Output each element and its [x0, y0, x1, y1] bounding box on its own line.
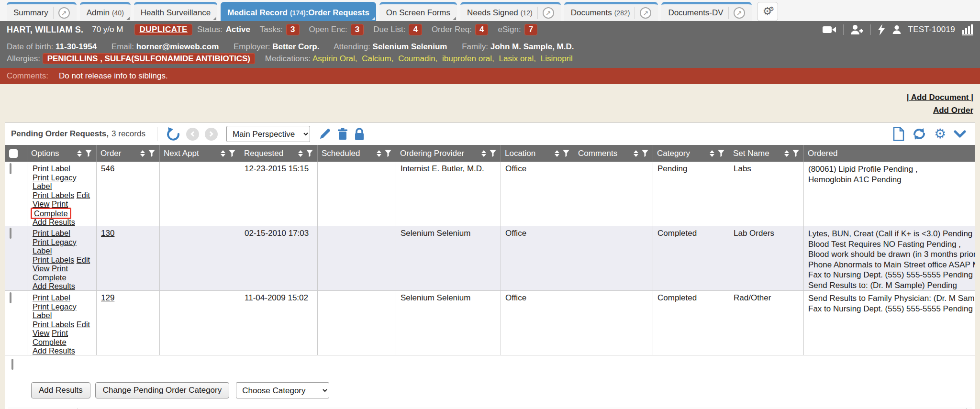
undo-icon[interactable] — [166, 127, 180, 141]
complete-link[interactable]: Complete — [34, 209, 68, 218]
medication-link[interactable]: Aspirin Oral, — [312, 54, 357, 63]
print-label-link[interactable]: Print Label — [33, 293, 70, 302]
print-legacy-label-link[interactable]: Print Legacy Label — [33, 238, 77, 255]
print-link[interactable]: Print — [52, 264, 68, 273]
tab-summary[interactable]: Summary ↗ — [7, 2, 77, 21]
open-in-new-icon[interactable]: ↗ — [734, 7, 745, 19]
medication-link[interactable]: Lisinopril — [541, 54, 573, 63]
sort-icon[interactable] — [377, 150, 381, 157]
add-results-link[interactable]: Add Results — [33, 218, 75, 226]
print-labels-link[interactable]: Print Labels — [33, 191, 74, 199]
row-checkbox[interactable] — [10, 292, 11, 303]
medication-link[interactable]: Calcium, — [362, 54, 393, 63]
select-all-checkbox[interactable] — [9, 149, 18, 158]
row-checkbox[interactable] — [10, 228, 11, 239]
sort-icon[interactable] — [77, 150, 82, 157]
view-link[interactable]: View — [33, 199, 49, 208]
add-results-link[interactable]: Add Results — [33, 346, 75, 355]
flowsheet-chart-icon[interactable] — [962, 24, 973, 35]
add-person-icon[interactable] — [850, 24, 864, 35]
change-pending-order-category-button[interactable]: Change Pending Order Category — [95, 382, 230, 398]
sort-icon[interactable] — [710, 150, 714, 157]
row-checkbox[interactable] — [10, 163, 11, 174]
tasks-count-badge[interactable]: 3 — [286, 24, 299, 35]
lightning-icon[interactable] — [878, 24, 885, 35]
tab-health-surveillance[interactable]: Health Surveillance — [134, 2, 217, 21]
row-checkbox[interactable] — [11, 359, 13, 370]
medication-link[interactable]: ibuprofen oral, — [442, 54, 494, 63]
medication-link[interactable]: Coumadin, — [398, 54, 437, 63]
edit-pencil-icon[interactable] — [319, 128, 331, 140]
add-results-button[interactable]: Add Results — [31, 382, 90, 398]
medication-link[interactable]: Lasix oral, — [499, 54, 536, 63]
sort-icon[interactable] — [221, 150, 225, 157]
print-link[interactable]: Print — [52, 199, 68, 208]
video-camera-icon[interactable] — [822, 25, 836, 34]
tab-medical-record-order-requests[interactable]: Medical Record (174) :Order Requests — [221, 2, 376, 21]
collapse-chevron-down-icon[interactable] — [954, 130, 966, 138]
open-in-new-icon[interactable]: ↗ — [640, 7, 651, 19]
complete-link[interactable]: Complete — [33, 273, 67, 282]
tab-settings-button[interactable]: ⚙ ⚙ — [757, 2, 778, 21]
tab-on-screen-forms[interactable]: On Screen Forms — [379, 2, 457, 21]
tab-needs-signed[interactable]: Needs Signed (12) ↗ — [460, 2, 561, 21]
open-enc-count-badge[interactable]: 3 — [351, 24, 364, 35]
order-number-link[interactable]: 129 — [101, 293, 114, 302]
edit-link[interactable]: Edit — [77, 320, 90, 329]
esign-count-badge[interactable]: 7 — [524, 24, 537, 35]
filter-icon[interactable] — [306, 150, 313, 157]
lock-icon[interactable] — [354, 128, 365, 141]
filter-icon[interactable] — [792, 150, 800, 157]
print-label-link[interactable]: Print Label — [33, 164, 70, 173]
view-link[interactable]: View — [33, 264, 49, 273]
sort-icon[interactable] — [481, 150, 486, 157]
order-number-link[interactable]: 130 — [101, 229, 114, 238]
sort-icon[interactable] — [140, 150, 145, 157]
next-icon[interactable] — [205, 128, 218, 141]
refresh-icon[interactable] — [912, 127, 926, 141]
tab-documents[interactable]: Documents (282) ↗ — [564, 2, 658, 21]
sort-icon[interactable] — [555, 150, 559, 157]
choose-category-select[interactable]: Choose Category — [236, 382, 329, 398]
due-list-count-badge[interactable]: 4 — [409, 24, 422, 35]
print-legacy-label-link[interactable]: Print Legacy Label — [33, 302, 77, 320]
settings-gear-icon[interactable]: ⚙ — [934, 127, 946, 141]
view-link[interactable]: View — [33, 329, 49, 337]
print-label-link[interactable]: Print Label — [33, 229, 70, 237]
print-legacy-label-link[interactable]: Print Legacy Label — [33, 173, 77, 191]
filter-icon[interactable] — [148, 150, 156, 157]
edit-link[interactable]: Edit — [77, 255, 90, 264]
print-labels-link[interactable]: Print Labels — [33, 255, 74, 264]
person-icon[interactable] — [892, 25, 902, 34]
filter-icon[interactable] — [562, 150, 570, 157]
sort-icon[interactable] — [298, 150, 303, 157]
filter-icon[interactable] — [384, 150, 392, 157]
previous-icon[interactable] — [186, 128, 199, 141]
open-in-new-icon[interactable]: ↗ — [543, 7, 554, 19]
filter-icon[interactable] — [717, 150, 725, 157]
filter-icon[interactable] — [228, 150, 236, 157]
tab-admin[interactable]: Admin (40) — [80, 2, 131, 21]
print-labels-link[interactable]: Print Labels — [33, 320, 74, 329]
add-order-link[interactable]: Add Order — [933, 106, 973, 115]
add-results-link[interactable]: Add Results — [33, 282, 75, 290]
new-document-icon[interactable] — [893, 127, 904, 141]
add-document-link[interactable]: | Add Document | — [907, 93, 973, 102]
open-in-new-icon[interactable]: ↗ — [58, 7, 70, 19]
filter-icon[interactable] — [641, 150, 649, 157]
perspective-select[interactable]: Main Perspective — [226, 126, 310, 142]
horizontal-scrollbar[interactable] — [8, 407, 972, 409]
sort-icon[interactable] — [634, 150, 638, 157]
complete-link[interactable]: Complete — [33, 338, 67, 346]
trash-icon[interactable] — [337, 128, 348, 140]
tab-documents-dv[interactable]: Documents-DV ↗ — [661, 2, 751, 21]
order-req-count-badge[interactable]: 4 — [475, 24, 488, 35]
print-link[interactable]: Print — [52, 329, 68, 337]
order-number-link[interactable]: 546 — [101, 164, 114, 173]
filter-icon[interactable] — [489, 150, 497, 157]
edit-link[interactable]: Edit — [77, 191, 90, 199]
filter-icon[interactable] — [85, 150, 92, 157]
duplicate-badge[interactable]: DUPLICATE — [134, 24, 192, 35]
sort-icon[interactable] — [784, 150, 789, 157]
allergies-badge[interactable]: PENICILLINS , SULFA(SULFONAMIDE ANTIBIOT… — [43, 53, 255, 64]
